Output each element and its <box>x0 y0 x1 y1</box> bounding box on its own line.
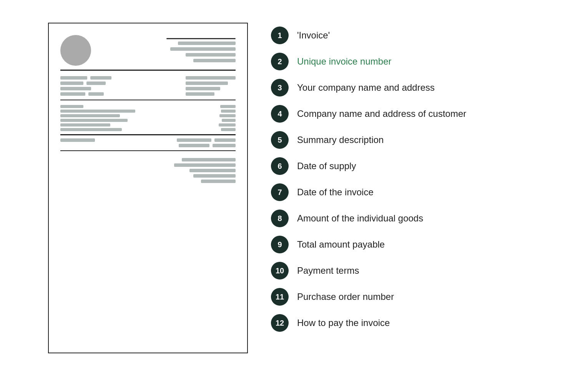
addr-r-block <box>186 82 228 85</box>
divider-2 <box>60 100 236 101</box>
payment-line <box>193 174 236 178</box>
totals-right <box>177 138 236 147</box>
item-amount <box>220 105 236 108</box>
addr-block <box>88 92 104 96</box>
item-label-2: Unique invoice number <box>297 56 391 67</box>
totals-left <box>60 138 95 147</box>
numbered-list: 1'Invoice'2Unique invoice number3Your co… <box>271 23 540 332</box>
list-item-6: 6Date of supply <box>271 157 540 175</box>
list-item-12: 12How to pay the invoice <box>271 314 540 332</box>
addr-row-1 <box>60 76 111 80</box>
total-label <box>177 138 211 142</box>
invoice-document <box>48 23 248 353</box>
number-badge-3: 3 <box>271 79 289 96</box>
header-address-lines <box>166 38 236 62</box>
line-item-row <box>60 114 236 117</box>
number-badge-7: 7 <box>271 183 289 201</box>
payment-section <box>60 158 236 183</box>
item-amount <box>221 128 236 131</box>
list-item-8: 8Amount of the individual goods <box>271 210 540 227</box>
item-label-8: Amount of the individual goods <box>297 213 423 224</box>
line-item-row <box>60 119 236 122</box>
item-label-5: Summary description <box>297 135 384 146</box>
number-badge-5: 5 <box>271 131 289 149</box>
addr-r-block <box>186 92 214 96</box>
item-amount <box>219 123 236 126</box>
item-label-11: Purchase order number <box>297 291 394 303</box>
line-item-row <box>60 105 236 108</box>
item-desc-short <box>60 105 83 108</box>
addr-block <box>60 76 87 80</box>
item-label-9: Total amount payable <box>297 239 385 250</box>
divider-3 <box>60 134 236 135</box>
payment-line <box>201 180 236 183</box>
addr-row-2 <box>60 82 111 85</box>
item-amount <box>222 119 236 122</box>
list-item-10: 10Payment terms <box>271 262 540 280</box>
header-line-4 <box>193 59 236 62</box>
list-item-1: 1'Invoice' <box>271 27 540 44</box>
item-label-12: How to pay the invoice <box>297 318 390 329</box>
totals-section <box>60 138 236 147</box>
item-amount <box>221 110 236 113</box>
number-badge-8: 8 <box>271 210 289 227</box>
header-line-3 <box>186 53 236 57</box>
addr-block <box>86 82 106 85</box>
item-desc <box>60 128 122 131</box>
line-items-section <box>60 105 236 131</box>
number-badge-4: 4 <box>271 105 289 123</box>
addr-block <box>90 76 111 80</box>
addr-r-block <box>186 76 236 80</box>
addr-row-4 <box>60 92 111 96</box>
total-row-1 <box>177 138 236 142</box>
address-section <box>60 76 236 96</box>
number-badge-10: 10 <box>271 262 289 280</box>
total-row-2 <box>179 144 236 147</box>
item-label-3: Your company name and address <box>297 82 435 93</box>
list-item-11: 11Purchase order number <box>271 288 540 306</box>
list-item-2: 2Unique invoice number <box>271 53 540 70</box>
list-item-4: 4Company name and address of customer <box>271 105 540 123</box>
item-desc <box>60 123 110 126</box>
number-badge-12: 12 <box>271 314 289 332</box>
list-item-5: 5Summary description <box>271 131 540 149</box>
addr-row-3 <box>60 87 111 90</box>
item-desc <box>60 119 128 122</box>
payment-line <box>189 169 236 172</box>
item-label-10: Payment terms <box>297 265 359 276</box>
number-badge-2: 2 <box>271 53 289 70</box>
item-label-6: Date of supply <box>297 161 356 172</box>
number-badge-11: 11 <box>271 288 289 306</box>
line-item-row <box>60 110 236 113</box>
divider-4 <box>60 150 236 151</box>
header-line-top <box>166 38 236 39</box>
item-label-1: 'Invoice' <box>297 30 330 41</box>
addr-block <box>60 92 85 96</box>
list-item-3: 3Your company name and address <box>271 79 540 96</box>
address-right <box>186 76 236 96</box>
item-amount <box>219 114 236 117</box>
addr-block <box>60 82 83 85</box>
addr-block <box>60 87 91 90</box>
header-line-1 <box>178 42 236 45</box>
totals-label <box>60 138 95 142</box>
divider-1 <box>60 70 236 71</box>
total-label <box>179 144 209 147</box>
line-item-row <box>60 128 236 131</box>
invoice-header <box>60 35 236 66</box>
payment-line <box>182 158 236 161</box>
total-value <box>213 144 236 147</box>
address-left <box>60 76 111 96</box>
number-badge-1: 1 <box>271 27 289 44</box>
payment-line <box>174 163 236 167</box>
list-item-7: 7Date of the invoice <box>271 183 540 201</box>
number-badge-9: 9 <box>271 236 289 253</box>
item-label-7: Date of the invoice <box>297 187 374 198</box>
header-line-2 <box>170 47 236 51</box>
total-value <box>214 138 236 142</box>
number-badge-6: 6 <box>271 157 289 175</box>
company-logo <box>60 35 91 66</box>
item-desc <box>60 110 135 113</box>
addr-r-block <box>186 87 220 90</box>
main-container: 1'Invoice'2Unique invoice number3Your co… <box>25 7 563 369</box>
